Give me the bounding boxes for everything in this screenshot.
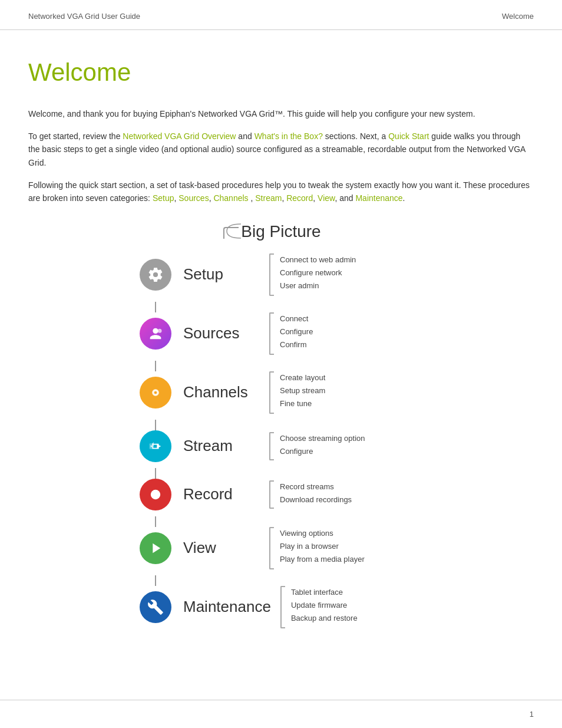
connector-line-1 xyxy=(155,302,156,312)
detail-line: Connect to web admin xyxy=(280,253,356,266)
detail-line: Viewing options xyxy=(280,527,365,540)
detail-line: Fine tune xyxy=(280,397,325,410)
label-setup: Setup xyxy=(183,263,260,286)
details-record: Record streamsDownload recordings xyxy=(269,480,352,509)
header-guide-title: Networked VGA Grid User Guide xyxy=(28,11,140,22)
detail-line: Confirm xyxy=(280,338,313,351)
svg-point-0 xyxy=(153,328,158,334)
diagram-row-maintenance: MaintenanceTablet interfaceUpdate firmwa… xyxy=(140,586,358,628)
paragraph-1: Welcome, and thank you for buying Epipha… xyxy=(28,107,534,120)
label-record: Record xyxy=(183,483,260,506)
bracket-channels xyxy=(269,371,274,414)
label-stream: Stream xyxy=(183,434,260,457)
diagram-row-record: RecordRecord streamsDownload recordings xyxy=(140,479,352,510)
detail-line: Configure network xyxy=(280,266,356,279)
link-channels[interactable]: Channels xyxy=(213,193,248,203)
detail-text-sources: ConnectConfigureConfirm xyxy=(280,312,313,351)
p2-pre: To get started, review the xyxy=(28,131,123,141)
icon-setup xyxy=(140,259,171,291)
page: Networked VGA Grid User Guide Welcome We… xyxy=(0,0,562,728)
detail-text-channels: Create layoutSetup streamFine tune xyxy=(280,371,325,410)
diagram-row-stream: StreamChoose streaming optionConfigure xyxy=(140,430,365,462)
details-maintenance: Tablet interfaceUpdate firmwareBackup an… xyxy=(280,586,358,628)
big-picture-title: Big Picture xyxy=(241,222,320,241)
connector-line-4 xyxy=(155,468,156,479)
bracket-stream xyxy=(269,432,274,460)
connector-line-2 xyxy=(155,361,156,371)
label-sources: Sources xyxy=(183,322,260,345)
diagram-row-setup: SetupConnect to web adminConfigure netwo… xyxy=(140,253,356,296)
connector-line-5 xyxy=(155,516,156,527)
detail-line: Connect xyxy=(280,312,313,325)
icon-sources xyxy=(140,318,171,350)
link-quick-start[interactable]: Quick Start xyxy=(388,131,429,141)
detail-line: Backup and restore xyxy=(291,612,358,625)
diagram-row-channels: ChannelsCreate layoutSetup streamFine tu… xyxy=(140,371,325,414)
page-header: Networked VGA Grid User Guide Welcome xyxy=(0,0,562,30)
diagram-row-view: ViewViewing optionsPlay in a browserPlay… xyxy=(140,527,365,569)
p2-mid1: and xyxy=(236,131,254,141)
detail-text-setup: Connect to web adminConfigure networkUse… xyxy=(280,253,356,292)
page-footer: 1 xyxy=(0,700,562,729)
header-section-title: Welcome xyxy=(502,11,534,22)
icon-stream xyxy=(140,430,171,462)
svg-point-1 xyxy=(158,329,162,333)
page-number: 1 xyxy=(530,709,534,720)
link-record[interactable]: Record xyxy=(286,193,313,203)
detail-line: Update firmware xyxy=(291,599,358,612)
icon-channels xyxy=(140,377,171,409)
details-stream: Choose streaming optionConfigure xyxy=(269,432,365,460)
link-sources[interactable]: Sources xyxy=(178,193,209,203)
link-stream[interactable]: Stream xyxy=(255,193,282,203)
page-title: Welcome xyxy=(28,54,534,91)
detail-text-record: Record streamsDownload recordings xyxy=(280,480,352,506)
detail-line: Configure xyxy=(280,445,365,458)
bracket-view xyxy=(269,527,274,569)
link-nvga-overview[interactable]: Networked VGA Grid Overview xyxy=(123,131,236,141)
big-picture-container: Big Picture SetupConnect to web adminCon… xyxy=(28,219,534,634)
link-whats-in-box[interactable]: What's in the Box? xyxy=(254,131,323,141)
label-maintenance: Maintenance xyxy=(183,595,271,618)
detail-line: Play in a browser xyxy=(280,540,365,553)
detail-line: Create layout xyxy=(280,371,325,384)
label-channels: Channels xyxy=(183,381,260,404)
detail-line: Play from a media player xyxy=(280,553,365,566)
p2-mid2: sections. Next, a xyxy=(323,131,388,141)
paragraph-2: To get started, review the Networked VGA… xyxy=(28,130,534,169)
detail-line: Tablet interface xyxy=(291,586,358,599)
detail-line: User admin xyxy=(280,279,356,292)
detail-text-view: Viewing optionsPlay in a browserPlay fro… xyxy=(280,527,365,566)
detail-line: Record streams xyxy=(280,480,352,493)
connector-line-6 xyxy=(155,575,156,586)
svg-point-3 xyxy=(154,391,157,394)
details-channels: Create layoutSetup streamFine tune xyxy=(269,371,325,414)
icon-maintenance xyxy=(140,591,171,623)
detail-line: Download recordings xyxy=(280,493,352,506)
bracket-record xyxy=(269,480,274,509)
icon-view xyxy=(140,532,171,564)
details-sources: ConnectConfigureConfirm xyxy=(269,312,313,355)
icon-record xyxy=(140,479,171,510)
bracket-maintenance xyxy=(280,586,285,628)
main-content: Welcome Welcome, and thank you for buyin… xyxy=(0,30,562,681)
link-view[interactable]: View xyxy=(318,193,335,203)
label-view: View xyxy=(183,536,260,559)
svg-point-5 xyxy=(151,490,160,499)
detail-line: Setup stream xyxy=(280,384,325,397)
detail-text-maintenance: Tablet interfaceUpdate firmwareBackup an… xyxy=(291,586,358,625)
paragraph-3: Following the quick start section, a set… xyxy=(28,179,534,205)
diagram: SetupConnect to web adminConfigure netwo… xyxy=(140,253,422,634)
link-setup[interactable]: Setup xyxy=(153,193,174,203)
bracket-sources xyxy=(269,312,274,355)
details-view: Viewing optionsPlay in a browserPlay fro… xyxy=(269,527,365,569)
link-maintenance[interactable]: Maintenance xyxy=(355,193,402,203)
detail-text-stream: Choose streaming optionConfigure xyxy=(280,432,365,458)
detail-line: Choose streaming option xyxy=(280,432,365,445)
details-setup: Connect to web adminConfigure networkUse… xyxy=(269,253,356,296)
diagram-row-sources: SourcesConnectConfigureConfirm xyxy=(140,312,313,355)
connector-line-3 xyxy=(155,420,156,430)
bracket-setup xyxy=(269,253,274,296)
p3-post: . xyxy=(403,193,405,203)
detail-line: Configure xyxy=(280,325,313,338)
